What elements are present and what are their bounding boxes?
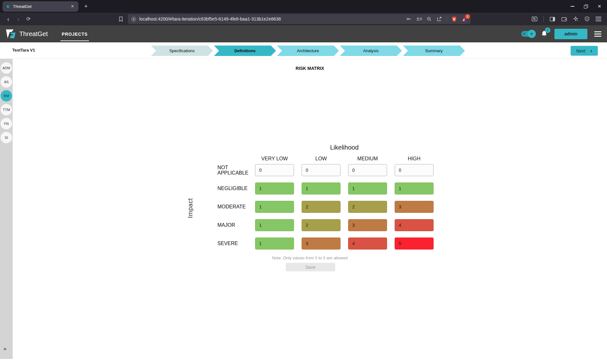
app-header: ThreatGet PROJECTS ☀ 0 admin	[0, 25, 607, 42]
matrix-cell-r0c3[interactable]	[395, 164, 434, 176]
translate-icon[interactable]: 文A	[416, 16, 422, 22]
main-content: RISK MATRIX Impact Likelihood VERY LOWLO…	[13, 59, 607, 364]
browser-tab[interactable]: ThreatGet ✕	[3, 1, 78, 12]
admin-user-button[interactable]: admin	[554, 29, 587, 39]
step-specifications[interactable]: Specifications	[151, 46, 213, 56]
matrix-rows: NOT APPLICABLENEGLIGIBLEMODERATEMAJORSEV…	[217, 164, 439, 250]
sidebar-panel-icon[interactable]	[549, 16, 555, 22]
matrix-cell-r2c3[interactable]	[395, 201, 434, 213]
sun-icon: ☀	[528, 30, 536, 38]
row-label: SEVERE	[217, 241, 247, 246]
page-title: RISK MATRIX	[13, 66, 607, 71]
col-header-high: HIGH	[395, 156, 434, 163]
matrix-row-major: MAJOR	[217, 219, 439, 231]
matrix-cell-r1c1[interactable]	[302, 182, 341, 194]
brave-rewards-icon[interactable]: 1	[461, 16, 467, 22]
window-minimize-icon[interactable]	[571, 6, 574, 7]
sidebar-expand-icon[interactable]: »	[3, 346, 6, 352]
browser-menu-icon[interactable]	[596, 17, 601, 21]
browser-tabstrip: ThreatGet ✕ + ✕	[0, 0, 607, 13]
find-in-page-icon[interactable]	[531, 16, 538, 22]
matrix-note: Note: Only values from 0 to 5 are allowe…	[13, 256, 607, 260]
matrix-cell-r3c2[interactable]	[348, 219, 387, 231]
url-text[interactable]: localhost:4200/#/tara-iteration/c63bf5e5…	[139, 16, 403, 22]
row-label: NOT APPLICABLE	[217, 165, 247, 176]
matrix-cell-r3c0[interactable]	[255, 219, 294, 231]
matrix-cell-r0c1[interactable]	[302, 164, 341, 176]
tab-title: ThreatGet	[13, 4, 67, 9]
page: ThreatGet ✕ + ✕ ‹ › ⟳ i localhost:4200/#…	[0, 0, 607, 364]
matrix-cell-r4c3[interactable]	[395, 238, 434, 250]
matrix-cell-r3c1[interactable]	[302, 219, 341, 231]
row-label: MAJOR	[217, 222, 247, 228]
matrix-cell-r4c1[interactable]	[302, 238, 341, 250]
sidebar-item-si[interactable]: SI	[1, 132, 12, 143]
wizard-bar: TestTara V1 SpecificationsDefinitionsArc…	[0, 42, 607, 59]
forward-icon[interactable]: ›	[13, 14, 23, 24]
threatget-logo-icon	[6, 29, 16, 39]
next-button[interactable]: Next ›	[571, 46, 598, 56]
row-label: NEGLIGIBLE	[217, 186, 247, 191]
brand-name: ThreatGet	[19, 30, 48, 38]
matrix-cell-r3c3[interactable]	[395, 219, 434, 231]
step-definitions[interactable]: Definitions	[214, 46, 276, 56]
sidebar-items: ADMASRMTTMFNSI	[0, 62, 13, 143]
brand: ThreatGet	[6, 29, 48, 39]
notification-badge: 0	[545, 28, 550, 33]
matrix-cell-r2c2[interactable]	[348, 201, 387, 213]
sidebar-item-rm[interactable]: RM	[1, 90, 12, 102]
impact-axis-label: Impact	[187, 186, 193, 230]
tab-close-icon[interactable]: ✕	[70, 3, 75, 9]
back-icon[interactable]: ‹	[3, 14, 13, 24]
notifications-bell-icon[interactable]: 0	[541, 30, 548, 37]
share-icon[interactable]	[436, 16, 442, 22]
app-menu-icon[interactable]	[594, 31, 601, 37]
col-header-low: LOW	[302, 156, 341, 163]
risk-matrix: Likelihood VERY LOWLOWMEDIUMHIGH NOT APP…	[217, 144, 439, 256]
step-summary[interactable]: Summary	[403, 46, 465, 56]
matrix-cell-r4c2[interactable]	[348, 238, 387, 250]
matrix-cell-r1c0[interactable]	[255, 182, 294, 194]
matrix-col-headers: VERY LOWLOWMEDIUMHIGH	[255, 156, 439, 163]
password-key-icon[interactable]	[406, 16, 412, 22]
likelihood-axis-label: Likelihood	[255, 144, 434, 152]
reload-icon[interactable]: ⟳	[23, 14, 34, 24]
next-label: Next	[576, 48, 585, 53]
brave-shield-icon[interactable]	[451, 16, 457, 22]
sidebar-item-ttm[interactable]: TTM	[1, 104, 12, 115]
sidebar: ADMASRMTTMFNSI »	[0, 59, 13, 359]
vpn-shield-icon[interactable]	[584, 16, 590, 22]
matrix-cell-r2c1[interactable]	[302, 201, 341, 213]
col-header-medium: MEDIUM	[348, 156, 387, 163]
bookmark-icon[interactable]	[118, 16, 123, 22]
save-button[interactable]: Save	[286, 263, 335, 271]
new-tab-button[interactable]: +	[84, 3, 88, 10]
step-analysis[interactable]: Analysis	[340, 46, 402, 56]
window-restore-icon[interactable]	[584, 4, 588, 9]
theme-toggle[interactable]: ☀	[521, 31, 534, 37]
sidebar-item-as[interactable]: AS	[1, 76, 12, 88]
matrix-cell-r4c0[interactable]	[255, 238, 294, 250]
rewards-badge: 1	[465, 14, 470, 19]
matrix-cell-r1c2[interactable]	[348, 182, 387, 194]
matrix-row-severe: SEVERE	[217, 238, 439, 250]
step-architecture[interactable]: Architecture	[277, 46, 339, 56]
matrix-row-not-applicable: NOT APPLICABLE	[217, 164, 439, 176]
sidebar-item-adm[interactable]: ADM	[1, 62, 12, 74]
matrix-row-moderate: MODERATE	[217, 201, 439, 213]
url-bar[interactable]: i localhost:4200/#/tara-iteration/c63bf5…	[128, 14, 471, 24]
window-close-icon[interactable]: ✕	[598, 4, 601, 9]
matrix-cell-r1c3[interactable]	[395, 182, 434, 194]
project-name: TestTara V1	[12, 48, 35, 52]
row-label: MODERATE	[217, 204, 247, 209]
matrix-cell-r0c2[interactable]	[348, 164, 387, 176]
matrix-cell-r2c0[interactable]	[255, 201, 294, 213]
nav-projects[interactable]: PROJECTS	[60, 27, 89, 41]
leo-ai-sparkle-icon[interactable]	[573, 16, 579, 22]
site-info-icon[interactable]: i	[131, 16, 136, 22]
sidebar-item-fn[interactable]: FN	[1, 118, 12, 129]
wallet-icon[interactable]	[561, 16, 567, 22]
matrix-row-negligible: NEGLIGIBLE	[217, 182, 439, 194]
matrix-cell-r0c0[interactable]	[255, 164, 294, 176]
zoom-out-icon[interactable]	[426, 16, 432, 22]
